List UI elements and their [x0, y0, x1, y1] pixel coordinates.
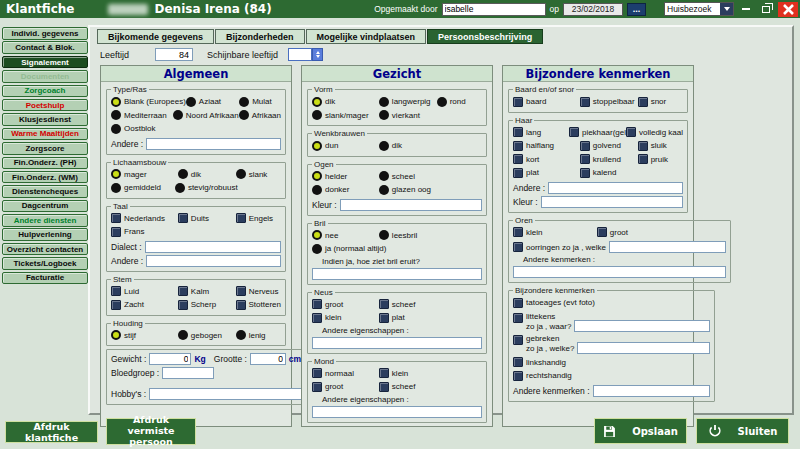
checkbox-icon[interactable] [236, 213, 246, 223]
spinner-arrows-icon[interactable] [312, 48, 323, 61]
checkbox-nederlands[interactable]: Nederlands [111, 213, 178, 223]
checkbox-kalend[interactable]: kalend [580, 168, 638, 178]
checkbox-icon[interactable] [569, 127, 579, 137]
checkbox-icon[interactable] [111, 213, 121, 223]
text-input-littekens[interactable] [574, 320, 709, 332]
apparent-age-input[interactable] [288, 48, 312, 61]
sidebar-item-fin-onderz-ph[interactable]: Fin.Onderz. (PH) [2, 157, 88, 170]
radio-blank-europees[interactable]: Blank (Europees) [111, 97, 186, 107]
checkbox-icon[interactable] [513, 313, 523, 323]
sidebar-item-zorgcoach[interactable]: Zorgcoach [2, 85, 88, 98]
text-input-grootte[interactable] [250, 353, 286, 365]
checkbox-icon[interactable] [513, 141, 523, 151]
radio-dun[interactable]: dun [312, 141, 379, 151]
text-input-dialect[interactable] [145, 241, 281, 253]
checkbox-normaal[interactable]: normaal [312, 368, 379, 378]
checkbox-stoppelbaar[interactable]: stoppelbaar [580, 97, 638, 107]
radio-icon[interactable] [312, 244, 322, 254]
radio-icon[interactable] [236, 330, 246, 340]
sidebar-item-fin-onderz-wm[interactable]: Fin.Onderz. (WM) [2, 171, 88, 184]
radio-rond[interactable]: rond [437, 97, 482, 107]
text-input-free[interactable] [312, 406, 482, 418]
radio-icon[interactable] [379, 230, 389, 240]
text-input-gewicht[interactable] [149, 353, 191, 365]
sidebar-item-dienstencheques[interactable]: Dienstencheques [2, 185, 88, 198]
checkbox-icon[interactable] [513, 127, 523, 137]
checkbox-klein[interactable]: klein [379, 368, 437, 378]
radio-icon[interactable] [111, 124, 121, 134]
radio-selected-icon[interactable] [312, 97, 322, 107]
radio-selected-icon[interactable] [111, 169, 121, 179]
checkbox-icon[interactable] [312, 313, 322, 323]
radio-selected-icon[interactable] [111, 330, 121, 340]
date-input[interactable]: 23/02/2018 [563, 3, 623, 16]
print-missing-person-button[interactable]: Afdruk vermiste persoon [106, 418, 196, 445]
checkbox-golvend[interactable]: golvend [580, 141, 638, 151]
checkbox-kort[interactable]: kort [513, 154, 580, 164]
date-picker-button[interactable]: ... [627, 3, 646, 16]
radio-glazen-oog[interactable]: glazen oog [379, 185, 437, 195]
checkbox-groot[interactable]: groot [312, 382, 379, 392]
tab-bijzonderheden[interactable]: Bijzonderheden [215, 29, 305, 44]
checkbox-icon[interactable] [513, 298, 523, 308]
radio-mediterraan[interactable]: Mediterraan [111, 110, 173, 120]
sidebar-item-tickets-logboek[interactable]: Tickets/Logboek [2, 257, 88, 270]
text-input-andere[interactable] [548, 182, 683, 194]
checkbox-piekhaar-gel[interactable]: piekhaar(gel [569, 127, 626, 137]
checkbox-icon[interactable] [379, 368, 389, 378]
text-input-kleur[interactable] [541, 196, 683, 208]
radio-icon[interactable] [239, 110, 249, 120]
radio-icon[interactable] [379, 141, 389, 151]
checkbox-nerveus[interactable]: Nerveus [236, 286, 281, 296]
checkbox-frans[interactable]: Frans [111, 227, 178, 237]
checkbox-icon[interactable] [513, 242, 523, 252]
checkbox-icon[interactable] [513, 371, 523, 381]
sidebar-item-poetshulp[interactable]: Poetshulp [2, 99, 88, 112]
radio-icon[interactable] [379, 171, 389, 181]
checkbox-icon[interactable] [178, 300, 188, 310]
radio-icon[interactable] [379, 110, 389, 120]
radio-icon[interactable] [186, 97, 196, 107]
checkbox-icon[interactable] [111, 300, 121, 310]
radio-icon[interactable] [239, 97, 249, 107]
checkbox-icon[interactable] [580, 141, 590, 151]
checkbox-scherp[interactable]: Scherp [178, 300, 236, 310]
checkbox-icon[interactable] [379, 299, 389, 309]
checkbox-lang[interactable]: lang [513, 127, 569, 137]
checkbox-scheef[interactable]: scheef [379, 382, 437, 392]
text-input-free[interactable] [312, 268, 482, 280]
checkbox-tatoeages-evt-foto[interactable]: tatoeages (evt foto) [513, 298, 595, 308]
close-button[interactable] [778, 2, 798, 17]
text-input-andere-kenmerken[interactable] [593, 385, 710, 397]
radio-mager[interactable]: mager [111, 169, 178, 179]
checkbox-icon[interactable] [312, 299, 322, 309]
text-input-andere[interactable] [146, 255, 281, 267]
checkbox-icon[interactable] [626, 127, 636, 137]
radio-icon[interactable] [312, 185, 322, 195]
sidebar-item-individ-gegevens[interactable]: Individ. gegevens [2, 27, 88, 40]
sidebar-item-andere-diensten[interactable]: Andere diensten [2, 214, 88, 227]
checkbox-pruik[interactable]: pruik [638, 154, 683, 164]
checkbox-icon[interactable] [638, 154, 648, 164]
radio-selected-icon[interactable] [312, 141, 322, 151]
checkbox-luid[interactable]: Luid [111, 286, 178, 296]
radio-icon[interactable] [111, 183, 121, 193]
chevron-down-icon[interactable] [720, 3, 733, 15]
radio-dik[interactable]: dik [312, 97, 379, 107]
text-input-oorringen-zo-ja-welke[interactable] [609, 241, 726, 253]
radio-slank[interactable]: slank [236, 169, 281, 179]
radio-dik[interactable]: dik [379, 141, 437, 151]
save-button[interactable]: Opslaan [594, 418, 687, 444]
radio-nee[interactable]: nee [312, 230, 379, 240]
checkbox-linkshandig[interactable]: linkshandig [513, 357, 590, 367]
text-input-kleur[interactable] [340, 199, 482, 211]
checkbox-icon[interactable] [513, 227, 523, 237]
checkbox-icon[interactable] [597, 227, 607, 237]
text-input-gebreken[interactable] [577, 342, 709, 354]
radio-icon[interactable] [173, 110, 183, 120]
checkbox-icon[interactable] [513, 168, 523, 178]
radio-langwerpig[interactable]: langwerpig [379, 97, 437, 107]
checkbox-icon[interactable] [178, 286, 188, 296]
radio-icon[interactable] [312, 110, 322, 120]
text-input-bloedgroep[interactable] [162, 367, 214, 379]
